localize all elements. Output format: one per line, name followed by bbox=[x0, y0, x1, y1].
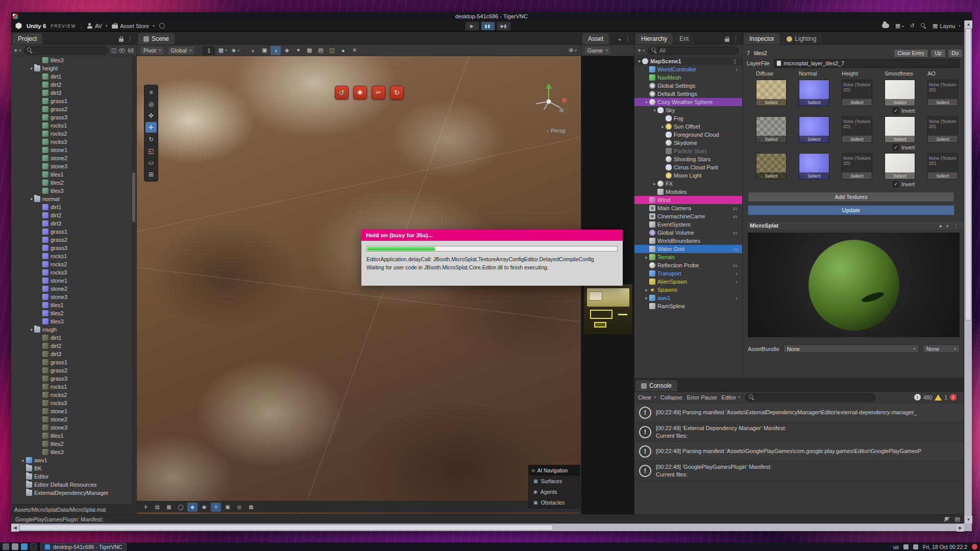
project-tree-item[interactable]: rocks2 bbox=[11, 391, 136, 399]
hierarchy-item[interactable]: ▸ Terrain bbox=[634, 253, 742, 261]
project-tree-item[interactable]: tiles3 bbox=[11, 187, 136, 195]
assetbundle-dropdown[interactable]: None bbox=[783, 344, 919, 353]
height-texture-slot[interactable]: None (Texture 2D)Select bbox=[842, 116, 872, 143]
foldout-arrow-icon[interactable]: ▸ bbox=[652, 182, 657, 186]
hand-tool-icon[interactable]: ✜ bbox=[145, 110, 157, 121]
hierarchy-item[interactable]: AlienSpawn › bbox=[634, 278, 742, 286]
hierarchy-item[interactable]: Default Settings bbox=[634, 90, 742, 98]
brush-icon[interactable]: ◯ bbox=[176, 503, 186, 512]
snap-increment-dropdown[interactable]: ◈ bbox=[230, 46, 240, 55]
scroll-down-arrow[interactable] bbox=[965, 516, 972, 523]
project-tree-item[interactable]: grass2 bbox=[11, 236, 136, 244]
grid-size-field[interactable]: 1 bbox=[203, 46, 215, 55]
project-tree-item[interactable]: tiles2 bbox=[11, 179, 136, 187]
select-button[interactable]: Select bbox=[799, 136, 829, 142]
select-button[interactable]: Select bbox=[756, 136, 786, 142]
hierarchy-item[interactable]: Global Settings bbox=[634, 82, 742, 90]
panel-menu-icon[interactable] bbox=[733, 36, 739, 42]
project-search-input[interactable] bbox=[23, 46, 109, 55]
row-adornment-icon[interactable]: ▭ bbox=[731, 246, 740, 252]
scene-visibility-icon[interactable]: ● bbox=[338, 46, 348, 55]
project-tree-item[interactable]: ▾ height bbox=[11, 64, 136, 72]
pause-button[interactable] bbox=[481, 21, 495, 31]
plugin-refresh-icon[interactable]: ↻ bbox=[390, 86, 404, 99]
project-tree-item[interactable]: ▾ normal bbox=[11, 195, 136, 203]
project-tree-item[interactable]: stone1 bbox=[11, 407, 136, 415]
project-tree-item[interactable]: rocks3 bbox=[11, 399, 136, 407]
play-button[interactable] bbox=[465, 21, 479, 31]
lock-icon[interactable] bbox=[119, 38, 124, 42]
search-icon[interactable] bbox=[921, 23, 926, 29]
scroll-up-arrow[interactable] bbox=[965, 20, 972, 28]
pivot-dropdown[interactable]: Pivot bbox=[140, 46, 164, 55]
tab-scroll-icon[interactable] bbox=[619, 37, 621, 42]
handle-orientation-dropdown[interactable]: Global bbox=[167, 46, 195, 55]
hierarchy-item[interactable]: Reflection Probe ▭ bbox=[634, 261, 742, 269]
foldout-arrow-icon[interactable]: ▾ bbox=[644, 100, 649, 105]
invert-checkbox[interactable] bbox=[893, 144, 899, 151]
plugin-cut-icon[interactable]: ✂ bbox=[372, 86, 385, 99]
project-tree-item[interactable]: grass3 bbox=[11, 113, 136, 121]
hierarchy-item[interactable]: Particle Stars bbox=[634, 147, 742, 155]
scrollbar-thumb[interactable] bbox=[965, 29, 971, 320]
rect-tool-icon[interactable]: ▭ bbox=[145, 157, 157, 168]
layout-dropdown[interactable]: ▦ Layou bbox=[933, 22, 960, 29]
tab-lighting[interactable]: Lighting bbox=[781, 33, 822, 44]
hierarchy-item[interactable]: EventSystem bbox=[634, 220, 742, 229]
tab-inspector[interactable]: Inspector bbox=[744, 33, 780, 44]
smoothness-texture-slot[interactable]: None (Texture 2D)Select bbox=[885, 116, 915, 143]
hierarchy-item[interactable]: ▸ Sun Offset bbox=[634, 122, 742, 131]
project-tree-item[interactable]: ▾ rough bbox=[11, 325, 136, 334]
invert-checkbox[interactable] bbox=[893, 181, 899, 187]
grid-snap-dropdown[interactable]: ▦ bbox=[217, 46, 228, 55]
project-tree-item[interactable]: tiles2 bbox=[11, 440, 136, 448]
tab-scene[interactable]: Scene bbox=[138, 33, 175, 44]
terrain-raise-icon[interactable]: ▤ bbox=[152, 503, 162, 512]
hierarchy-item[interactable]: Modules bbox=[634, 188, 742, 196]
rotate-tool-icon[interactable]: ↻ bbox=[145, 134, 157, 144]
vnc-title-bar[interactable]: desktop-541c686 - TigerVNC bbox=[11, 12, 972, 20]
ao-texture-slot[interactable]: None (Texture 2D)Select bbox=[927, 116, 958, 143]
ai-navigation-item[interactable]: ▦ Surfaces bbox=[529, 475, 580, 486]
foldout-arrow-icon[interactable]: ▸ bbox=[660, 124, 666, 129]
panel-menu-icon[interactable] bbox=[625, 36, 630, 42]
diffuse-texture-slot[interactable]: None (Texture 2D)Select bbox=[756, 153, 787, 180]
row-adornment-icon[interactable]: ▭ bbox=[731, 263, 740, 268]
plugin-sync-icon[interactable]: ↺ bbox=[335, 86, 349, 99]
audio-toggle-icon[interactable]: ◈ bbox=[282, 46, 292, 55]
project-tree-item[interactable]: ▸ awv1 bbox=[11, 456, 136, 464]
status-message[interactable]: GooglePlayGamesPlugin' Manifest: bbox=[15, 516, 939, 522]
power-icon[interactable] bbox=[972, 544, 977, 549]
hierarchy-item[interactable]: ▾ Cozy Weather Sphere bbox=[634, 98, 742, 106]
smoothness-texture-slot[interactable]: None (Texture 2D)Select bbox=[885, 153, 915, 180]
keyboard-layout-indicator[interactable]: us bbox=[893, 544, 899, 550]
select-button[interactable]: Select bbox=[799, 172, 829, 179]
project-tree-item[interactable]: grass2 bbox=[11, 366, 136, 374]
target-icon[interactable]: ◎ bbox=[234, 503, 244, 512]
project-tree-item[interactable]: stone3 bbox=[11, 162, 136, 170]
project-tree-item[interactable]: tiles3 bbox=[11, 56, 136, 64]
project-tree-item[interactable]: dirt3 bbox=[11, 89, 136, 97]
hierarchy-item[interactable]: ▾ MapScene1 ⋮ bbox=[634, 57, 742, 65]
select-button[interactable]: Select bbox=[928, 172, 958, 179]
layerfile-object-field[interactable]: microsplat_layer_tiles2_7 bbox=[774, 59, 960, 68]
select-button[interactable]: Select bbox=[756, 172, 786, 179]
hierarchy-item[interactable]: Fog bbox=[634, 114, 742, 122]
project-tree-item[interactable]: dirt1 bbox=[11, 203, 136, 211]
overlay-visibility-icon[interactable]: ▦ bbox=[304, 46, 314, 55]
panel-menu-icon[interactable] bbox=[127, 36, 133, 42]
warning-icon[interactable] bbox=[935, 394, 942, 400]
diffuse-texture-slot[interactable]: None (Texture 2D)Select bbox=[756, 80, 787, 106]
preview-light-icon[interactable]: ◐ bbox=[946, 223, 949, 229]
terminal-icon[interactable] bbox=[30, 543, 37, 550]
project-tree-item[interactable]: rocks2 bbox=[11, 130, 136, 138]
console-log-entry[interactable]: [00:22:49] Parsing manifest 'Assets\Exte… bbox=[634, 403, 964, 422]
scrollbar-thumb[interactable] bbox=[132, 172, 135, 222]
asset-store-dropdown[interactable]: Asset Store bbox=[112, 23, 154, 29]
tab-asset[interactable]: Asset bbox=[582, 33, 609, 44]
hierarchy-item[interactable]: RamSpline bbox=[634, 302, 742, 310]
services-dropdown[interactable]: ▦ bbox=[895, 22, 904, 29]
lighting-toggle-icon[interactable]: ◑ bbox=[271, 46, 281, 55]
transform-overlay-icon[interactable]: ✛ bbox=[211, 503, 221, 512]
project-tree-item[interactable]: rocks1 bbox=[11, 121, 136, 130]
